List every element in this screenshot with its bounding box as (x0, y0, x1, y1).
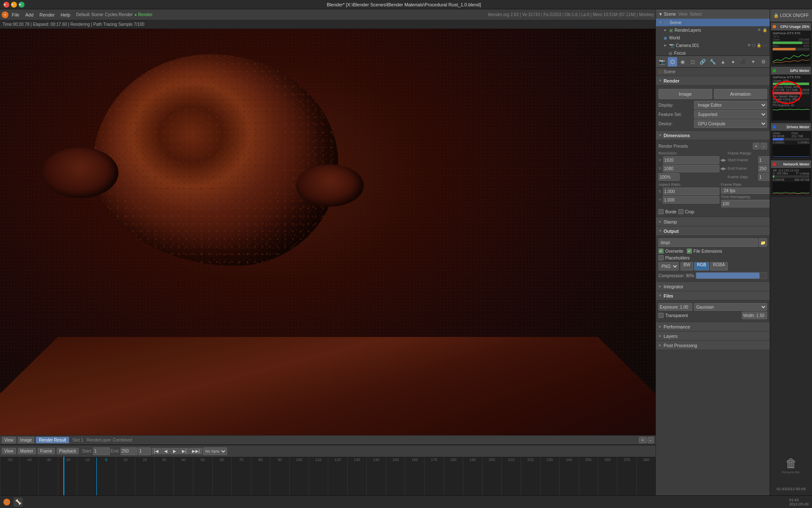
menu-add[interactable]: Add (23, 11, 36, 18)
maximize-button[interactable]: ● (19, 2, 25, 8)
jump-end-btn[interactable]: ▶▶| (189, 448, 203, 454)
filter-select[interactable]: Gaussian (694, 303, 767, 311)
view-tl-btn[interactable]: View (2, 448, 16, 454)
data-icon[interactable]: ▲ (718, 57, 727, 66)
bw-button[interactable]: BW (680, 262, 693, 271)
close-button[interactable]: ● (3, 2, 9, 8)
film-section-header[interactable]: ▼ Film (656, 291, 770, 301)
end-frame-input[interactable] (121, 447, 137, 455)
zoom-in-btn[interactable]: + (639, 437, 647, 443)
res-x-input[interactable] (663, 156, 719, 164)
playhead[interactable] (63, 457, 64, 495)
crop-checkbox[interactable] (678, 209, 683, 214)
start-frame-field[interactable] (758, 156, 770, 164)
scene-props-icon[interactable]: ⬡ (668, 57, 677, 66)
modifiers-icon[interactable]: 🔧 (708, 57, 718, 66)
exposure-input[interactable] (658, 303, 692, 311)
outliner-select-btn[interactable]: Select (690, 12, 702, 17)
next-frame-btn[interactable]: ▶| (179, 448, 189, 454)
world-props-icon[interactable]: ◉ (678, 57, 687, 66)
outliner-item-scene[interactable]: ▼ ⬡ Scene (656, 19, 770, 26)
marker-btn[interactable]: Marker (18, 448, 36, 454)
image-render-button[interactable]: Image (658, 89, 712, 99)
output-section-header[interactable]: ▼ Output (656, 226, 770, 236)
renderlayer-label[interactable]: RenderLayer (87, 438, 111, 442)
slot-label[interactable]: Slot 1 (71, 438, 85, 442)
borde-checkbox[interactable] (658, 209, 664, 214)
zoom-out-btn[interactable]: - (647, 437, 654, 443)
compression-slider[interactable] (696, 272, 767, 279)
fps-select[interactable]: 24 fps (721, 188, 770, 194)
width-input[interactable] (742, 312, 767, 319)
res-x-arrow[interactable]: ◀▶ (720, 158, 726, 162)
view-button[interactable]: View (2, 437, 16, 443)
start-frame-input[interactable] (93, 447, 110, 455)
frame-btn[interactable]: Frame (38, 448, 55, 454)
menu-render[interactable]: Render (37, 11, 57, 18)
play-btn[interactable]: ▶ (170, 448, 179, 454)
prev-frame-btn[interactable]: ◀ (162, 448, 170, 454)
object-props-icon[interactable]: ◻ (688, 57, 697, 66)
outliner-view-btn[interactable]: View (678, 12, 688, 17)
frame-step-field[interactable] (758, 173, 770, 181)
physics-icon[interactable]: ⚙ (759, 57, 768, 66)
taskbar-blender-btn[interactable]: 🦴 (14, 497, 23, 507)
outliner-item-camera[interactable]: ► 📷 Camera.001 👁 ⬡ 🔒 ↓ ↑ (656, 41, 770, 49)
aspect-x-input[interactable] (663, 188, 719, 195)
stamp-section[interactable]: ► Stamp (656, 217, 770, 226)
image-button[interactable]: Image (18, 437, 35, 443)
minimize-button[interactable]: ● (11, 2, 17, 8)
res-percent-input[interactable] (658, 173, 680, 181)
playback-btn[interactable]: Playback (57, 448, 79, 454)
material-icon[interactable]: ● (728, 57, 738, 66)
channel-label[interactable]: Combined (113, 438, 132, 442)
presets-remove-btn[interactable]: - (760, 143, 767, 149)
transparent-checkbox[interactable] (658, 313, 664, 318)
taskbar-blender-icon[interactable]: ● (3, 499, 10, 505)
render-section-header[interactable]: ▼ Render (656, 76, 770, 86)
layers-section[interactable]: ► Layers (656, 331, 770, 341)
browse-path-btn[interactable]: 📁 (759, 238, 767, 247)
render-result-label[interactable]: Render Result (36, 437, 69, 443)
rgb-button[interactable]: RGB (694, 262, 709, 271)
texture-icon[interactable]: ⬛ (738, 57, 748, 66)
menu-help[interactable]: Help (58, 11, 73, 18)
output-path-input[interactable] (658, 238, 758, 247)
device-select[interactable]: GPU Compute (694, 119, 767, 128)
format-select[interactable]: PNG (658, 262, 679, 271)
render-viewport[interactable] (0, 29, 656, 435)
placeholders-checkbox[interactable] (658, 255, 664, 260)
timeline-ruler[interactable]: -50 -40 -30 -20 -10 0 10 20 30 40 50 60 … (0, 457, 656, 495)
outliner-item-world[interactable]: ◉ World (656, 34, 770, 41)
jump-start-btn[interactable]: |◀ (152, 448, 162, 454)
particles-icon[interactable]: ✦ (749, 57, 758, 66)
integrator-section[interactable]: ► Integrator (656, 282, 770, 291)
feature-select[interactable]: Supported (694, 110, 767, 119)
rgba-button[interactable]: RGBA (710, 262, 728, 271)
time-old-input[interactable] (721, 200, 770, 207)
performance-section[interactable]: ► Performance (656, 322, 770, 331)
render-props-icon[interactable]: 📷 (658, 57, 667, 66)
layers-title: Layers (664, 334, 678, 339)
constraints-icon[interactable]: 🔗 (698, 57, 708, 66)
post-processing-section[interactable]: ► Post Processing (656, 341, 770, 350)
res-y-input[interactable] (663, 165, 719, 172)
menu-file[interactable]: File (9, 11, 22, 18)
presets-add-btn[interactable]: + (753, 143, 760, 149)
lock-button[interactable]: 🔒 LOCK ON/OFF (770, 9, 812, 22)
blender-logo[interactable]: ● (2, 11, 8, 18)
aspect-y-input[interactable] (663, 196, 719, 204)
extensions-checkbox[interactable]: ✓ (687, 248, 692, 254)
sync-select[interactable]: No Sync (203, 447, 227, 455)
display-select[interactable]: Image Editor (694, 101, 767, 109)
animation-render-button[interactable]: Animation (714, 89, 768, 99)
recycle-bin[interactable]: 🗑 Recycle Bin (782, 456, 800, 474)
outliner-item-focus[interactable]: ◎ Focus (656, 49, 770, 56)
end-frame-field[interactable] (758, 165, 770, 172)
overwrite-checkbox[interactable]: ✓ (658, 248, 664, 254)
dimensions-section-header[interactable]: ▼ Dimensions (656, 131, 770, 140)
outliner-item-renderlayers[interactable]: ► ▣ RenderLayers 👁 🔒 (656, 26, 770, 34)
res-y-arrow[interactable]: ◀▶ (720, 166, 726, 171)
current-frame-input[interactable] (138, 447, 151, 455)
window-controls[interactable]: ● ● ● (3, 2, 25, 8)
